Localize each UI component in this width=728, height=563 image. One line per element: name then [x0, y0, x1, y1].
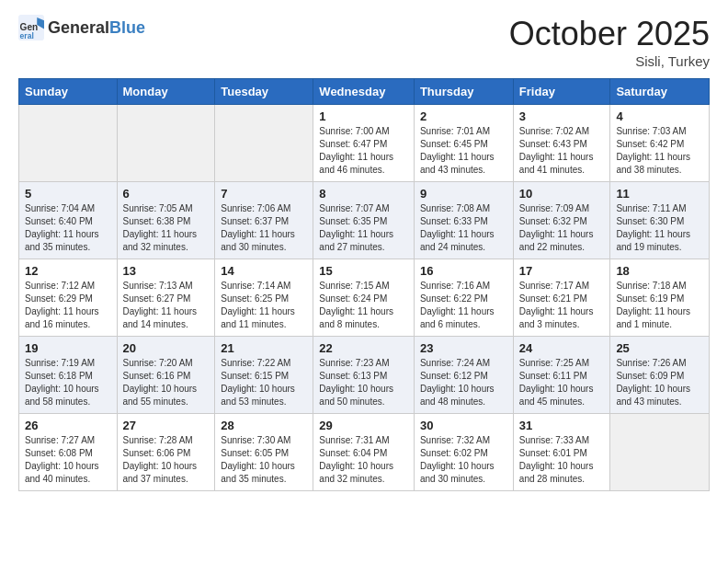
logo-text-blue: Blue — [109, 18, 145, 37]
logo-text-general: General — [48, 18, 109, 37]
day-info: Sunrise: 7:04 AM Sunset: 6:40 PM Dayligh… — [25, 202, 111, 254]
col-monday: Monday — [117, 79, 215, 105]
table-row — [19, 105, 118, 182]
table-row: 27Sunrise: 7:28 AM Sunset: 6:06 PM Dayli… — [117, 414, 215, 491]
table-row: 18Sunrise: 7:18 AM Sunset: 6:19 PM Dayli… — [610, 259, 710, 337]
day-number: 11 — [616, 187, 703, 201]
day-number: 28 — [221, 419, 307, 432]
col-sunday: Sunday — [19, 79, 118, 105]
day-info: Sunrise: 7:07 AM Sunset: 6:35 PM Dayligh… — [319, 202, 408, 254]
col-friday: Friday — [513, 79, 610, 105]
day-info: Sunrise: 7:28 AM Sunset: 6:06 PM Dayligh… — [123, 434, 210, 486]
day-info: Sunrise: 7:02 AM Sunset: 6:43 PM Dayligh… — [519, 125, 605, 177]
logo: Gen eral GeneralBlue — [18, 15, 145, 40]
calendar-week-row: 26Sunrise: 7:27 AM Sunset: 6:08 PM Dayli… — [19, 414, 710, 491]
day-number: 15 — [319, 264, 408, 278]
day-number: 4 — [616, 109, 703, 123]
col-saturday: Saturday — [610, 79, 710, 105]
day-info: Sunrise: 7:22 AM Sunset: 6:15 PM Dayligh… — [221, 357, 307, 408]
day-number: 31 — [519, 419, 605, 432]
day-info: Sunrise: 7:20 AM Sunset: 6:16 PM Dayligh… — [123, 357, 210, 408]
day-number: 30 — [420, 419, 507, 432]
col-wednesday: Wednesday — [313, 79, 415, 105]
table-row: 6Sunrise: 7:05 AM Sunset: 6:38 PM Daylig… — [117, 182, 215, 259]
day-info: Sunrise: 7:05 AM Sunset: 6:38 PM Dayligh… — [123, 202, 210, 254]
table-row: 3Sunrise: 7:02 AM Sunset: 6:43 PM Daylig… — [513, 105, 610, 182]
day-info: Sunrise: 7:26 AM Sunset: 6:09 PM Dayligh… — [616, 357, 703, 408]
day-number: 13 — [123, 264, 210, 278]
table-row: 9Sunrise: 7:08 AM Sunset: 6:33 PM Daylig… — [414, 182, 513, 259]
table-row: 12Sunrise: 7:12 AM Sunset: 6:29 PM Dayli… — [19, 259, 118, 337]
day-info: Sunrise: 7:32 AM Sunset: 6:02 PM Dayligh… — [420, 434, 507, 486]
calendar-week-row: 19Sunrise: 7:19 AM Sunset: 6:18 PM Dayli… — [19, 337, 710, 414]
day-number: 26 — [25, 419, 111, 432]
day-info: Sunrise: 7:33 AM Sunset: 6:01 PM Dayligh… — [519, 434, 605, 486]
day-number: 29 — [319, 419, 408, 432]
day-info: Sunrise: 7:11 AM Sunset: 6:30 PM Dayligh… — [616, 202, 703, 254]
day-info: Sunrise: 7:15 AM Sunset: 6:24 PM Dayligh… — [319, 280, 408, 331]
day-info: Sunrise: 7:24 AM Sunset: 6:12 PM Dayligh… — [420, 357, 507, 408]
day-number: 10 — [519, 187, 605, 201]
table-row: 30Sunrise: 7:32 AM Sunset: 6:02 PM Dayli… — [414, 414, 513, 491]
table-row — [610, 414, 710, 491]
table-row: 2Sunrise: 7:01 AM Sunset: 6:45 PM Daylig… — [414, 105, 513, 182]
day-number: 2 — [420, 109, 507, 123]
table-row: 16Sunrise: 7:16 AM Sunset: 6:22 PM Dayli… — [414, 259, 513, 337]
table-row: 28Sunrise: 7:30 AM Sunset: 6:05 PM Dayli… — [215, 414, 313, 491]
col-thursday: Thursday — [414, 79, 513, 105]
table-row: 15Sunrise: 7:15 AM Sunset: 6:24 PM Dayli… — [313, 259, 415, 337]
day-number: 19 — [25, 341, 111, 355]
day-info: Sunrise: 7:03 AM Sunset: 6:42 PM Dayligh… — [616, 125, 703, 177]
table-row: 23Sunrise: 7:24 AM Sunset: 6:12 PM Dayli… — [414, 337, 513, 414]
day-info: Sunrise: 7:01 AM Sunset: 6:45 PM Dayligh… — [420, 125, 507, 177]
day-number: 7 — [221, 187, 307, 201]
day-number: 6 — [123, 187, 210, 201]
table-row: 19Sunrise: 7:19 AM Sunset: 6:18 PM Dayli… — [19, 337, 118, 414]
day-info: Sunrise: 7:09 AM Sunset: 6:32 PM Dayligh… — [519, 202, 605, 254]
day-number: 24 — [519, 341, 605, 355]
calendar: Sunday Monday Tuesday Wednesday Thursday… — [18, 78, 710, 491]
day-number: 20 — [123, 341, 210, 355]
day-number: 3 — [519, 109, 605, 123]
title-block: October 2025 Sisli, Turkey — [509, 15, 710, 69]
calendar-week-row: 1Sunrise: 7:00 AM Sunset: 6:47 PM Daylig… — [19, 105, 710, 182]
day-info: Sunrise: 7:12 AM Sunset: 6:29 PM Dayligh… — [25, 280, 111, 331]
day-info: Sunrise: 7:25 AM Sunset: 6:11 PM Dayligh… — [519, 357, 605, 408]
calendar-week-row: 5Sunrise: 7:04 AM Sunset: 6:40 PM Daylig… — [19, 182, 710, 259]
day-info: Sunrise: 7:27 AM Sunset: 6:08 PM Dayligh… — [25, 434, 111, 486]
day-info: Sunrise: 7:06 AM Sunset: 6:37 PM Dayligh… — [221, 202, 307, 254]
table-row: 13Sunrise: 7:13 AM Sunset: 6:27 PM Dayli… — [117, 259, 215, 337]
header: Gen eral GeneralBlue October 2025 Sisli,… — [18, 15, 710, 69]
table-row: 17Sunrise: 7:17 AM Sunset: 6:21 PM Dayli… — [513, 259, 610, 337]
table-row: 11Sunrise: 7:11 AM Sunset: 6:30 PM Dayli… — [610, 182, 710, 259]
day-number: 8 — [319, 187, 408, 201]
logo-icon: Gen eral — [18, 15, 44, 40]
day-info: Sunrise: 7:16 AM Sunset: 6:22 PM Dayligh… — [420, 280, 507, 331]
day-info: Sunrise: 7:30 AM Sunset: 6:05 PM Dayligh… — [221, 434, 307, 486]
day-info: Sunrise: 7:00 AM Sunset: 6:47 PM Dayligh… — [319, 125, 408, 177]
table-row: 31Sunrise: 7:33 AM Sunset: 6:01 PM Dayli… — [513, 414, 610, 491]
day-number: 21 — [221, 341, 307, 355]
table-row: 4Sunrise: 7:03 AM Sunset: 6:42 PM Daylig… — [610, 105, 710, 182]
svg-text:Gen: Gen — [20, 22, 39, 32]
month-title: October 2025 — [509, 15, 710, 53]
day-info: Sunrise: 7:23 AM Sunset: 6:13 PM Dayligh… — [319, 357, 408, 408]
day-info: Sunrise: 7:13 AM Sunset: 6:27 PM Dayligh… — [123, 280, 210, 331]
table-row — [117, 105, 215, 182]
day-info: Sunrise: 7:08 AM Sunset: 6:33 PM Dayligh… — [420, 202, 507, 254]
day-number: 5 — [25, 187, 111, 201]
col-tuesday: Tuesday — [215, 79, 313, 105]
day-info: Sunrise: 7:18 AM Sunset: 6:19 PM Dayligh… — [616, 280, 703, 331]
table-row: 21Sunrise: 7:22 AM Sunset: 6:15 PM Dayli… — [215, 337, 313, 414]
svg-text:eral: eral — [20, 31, 34, 40]
table-row: 1Sunrise: 7:00 AM Sunset: 6:47 PM Daylig… — [313, 105, 415, 182]
day-number: 25 — [616, 341, 703, 355]
table-row: 8Sunrise: 7:07 AM Sunset: 6:35 PM Daylig… — [313, 182, 415, 259]
table-row: 14Sunrise: 7:14 AM Sunset: 6:25 PM Dayli… — [215, 259, 313, 337]
day-info: Sunrise: 7:31 AM Sunset: 6:04 PM Dayligh… — [319, 434, 408, 486]
day-info: Sunrise: 7:17 AM Sunset: 6:21 PM Dayligh… — [519, 280, 605, 331]
table-row: 22Sunrise: 7:23 AM Sunset: 6:13 PM Dayli… — [313, 337, 415, 414]
table-row: 25Sunrise: 7:26 AM Sunset: 6:09 PM Dayli… — [610, 337, 710, 414]
day-number: 17 — [519, 264, 605, 278]
page: Gen eral GeneralBlue October 2025 Sisli,… — [0, 0, 728, 506]
